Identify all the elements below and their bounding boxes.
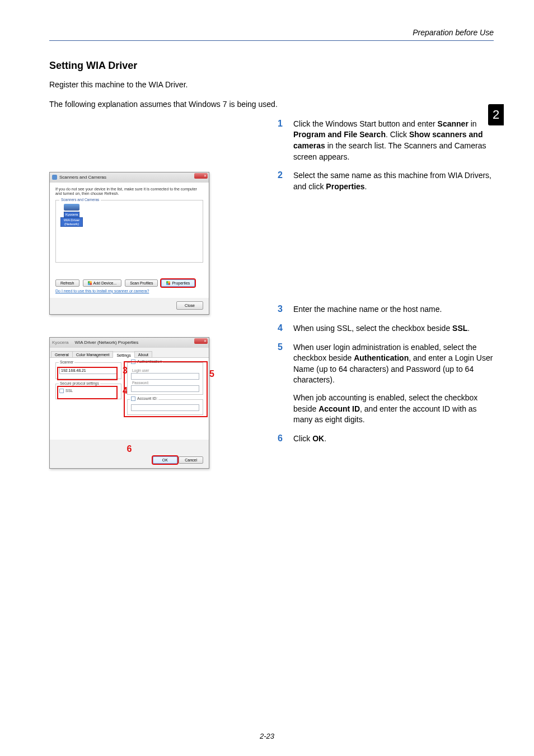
device-label-line2: WIA Driver (Network) bbox=[60, 217, 83, 227]
step-text: Enter the machine name or the host name. bbox=[293, 304, 494, 315]
scanner-fieldset: Scanner bbox=[55, 362, 121, 379]
tab-color-management[interactable]: Color Management bbox=[72, 351, 114, 357]
ok-button[interactable]: OK bbox=[153, 456, 177, 464]
callout-num-6: 6 bbox=[55, 444, 203, 454]
intro-paragraph-1: Register this machine to the WIA Driver. bbox=[49, 80, 494, 90]
tab-about[interactable]: About bbox=[134, 351, 152, 357]
step-4: 4 When using SSL, select the checkbox be… bbox=[278, 323, 494, 334]
account-id-label: Account ID: bbox=[137, 396, 157, 400]
step-text: When user login administration is enable… bbox=[293, 342, 494, 426]
step-number: 5 bbox=[278, 342, 284, 426]
step-6: 6 Click OK. bbox=[278, 433, 494, 445]
account-id-fieldset: Account ID: bbox=[127, 399, 203, 415]
running-header: Preparation before Use bbox=[49, 28, 494, 41]
step-1: 1 Click the Windows Start button and ent… bbox=[278, 119, 494, 162]
install-help-link[interactable]: Do I need to use this to install my scan… bbox=[55, 289, 149, 293]
step-2: 2 Select the same name as this machine f… bbox=[278, 170, 494, 192]
dialog2-titlebar: Kyocera WIA Driver (Network) Properties … bbox=[50, 338, 209, 348]
scanners-fieldset-legend: Scanners and Cameras bbox=[59, 198, 101, 202]
window-close-icon[interactable]: ✕ bbox=[194, 338, 208, 344]
password-input[interactable] bbox=[131, 385, 199, 392]
step-number: 2 bbox=[278, 170, 284, 192]
account-id-checkbox[interactable]: Account ID: bbox=[130, 396, 158, 401]
ssl-label: SSL bbox=[65, 389, 73, 393]
window-close-icon[interactable]: ✕ bbox=[194, 173, 208, 179]
login-user-label: Login user bbox=[132, 368, 199, 372]
intro-paragraph-2: The following explanation assumes that W… bbox=[49, 99, 494, 110]
tab-general[interactable]: General bbox=[51, 351, 73, 357]
dialog1-icon bbox=[52, 175, 57, 180]
scan-profiles-button[interactable]: Scan Profiles bbox=[125, 279, 158, 287]
dialog1-titlebar: Scanners and Cameras ✕ bbox=[50, 172, 209, 183]
secure-protocol-legend: Secure protocol settings bbox=[59, 381, 100, 385]
account-id-input[interactable] bbox=[131, 404, 199, 411]
step-text: Click OK. bbox=[293, 433, 494, 445]
scanner-address-input[interactable] bbox=[59, 367, 118, 374]
wia-properties-dialog: Kyocera WIA Driver (Network) Properties … bbox=[49, 337, 209, 469]
dialog1-message: If you do not see your device in the lis… bbox=[55, 187, 203, 197]
dialog2-title: WIA Driver (Network) Properties bbox=[74, 340, 138, 345]
close-button[interactable]: Close bbox=[176, 301, 203, 310]
scanner-legend: Scanner bbox=[59, 360, 74, 364]
step-number: 6 bbox=[278, 433, 284, 445]
shield-icon bbox=[166, 281, 170, 285]
login-user-input[interactable] bbox=[131, 373, 199, 380]
secure-protocol-fieldset: Secure protocol settings SSL bbox=[55, 384, 121, 399]
device-label-line1: Kyocera bbox=[64, 212, 79, 218]
add-device-label: Add Device... bbox=[93, 281, 117, 285]
step-number: 4 bbox=[278, 323, 284, 334]
password-label: Password: bbox=[132, 381, 199, 385]
step-3: 3 Enter the machine name or the host nam… bbox=[278, 304, 494, 315]
authentication-checkbox[interactable]: Authentication bbox=[130, 360, 163, 364]
properties-label: Properties bbox=[172, 281, 190, 285]
wia-device-item[interactable]: Kyocera WIA Driver (Network) bbox=[60, 204, 83, 227]
properties-button[interactable]: Properties bbox=[161, 279, 195, 287]
step-number: 3 bbox=[278, 304, 284, 315]
scanners-cameras-dialog: Scanners and Cameras ✕ If you do not see… bbox=[49, 172, 209, 315]
step-text: When using SSL, select the checkbox besi… bbox=[293, 323, 494, 334]
refresh-button[interactable]: Refresh bbox=[55, 279, 79, 287]
step-number: 1 bbox=[278, 119, 284, 162]
ssl-checkbox[interactable]: SSL bbox=[59, 389, 118, 393]
step-text: Select the same name as this machine fro… bbox=[293, 170, 494, 192]
authentication-label: Authentication bbox=[137, 360, 162, 363]
shield-icon bbox=[88, 281, 92, 285]
dialog2-tabs: General Color Management Settings About bbox=[50, 348, 209, 358]
authentication-fieldset: Authentication Login user Password: bbox=[127, 362, 203, 395]
scanner-icon bbox=[64, 204, 79, 211]
add-device-button[interactable]: Add Device... bbox=[83, 279, 122, 287]
step-text: Click the Windows Start button and enter… bbox=[293, 119, 494, 162]
scanners-fieldset: Scanners and Cameras Kyocera WIA Driver … bbox=[55, 200, 203, 263]
chapter-tab: 2 bbox=[488, 104, 504, 125]
tab-settings[interactable]: Settings bbox=[113, 352, 134, 358]
dialog1-title: Scanners and Cameras bbox=[59, 175, 106, 180]
cancel-button[interactable]: Cancel bbox=[179, 456, 203, 464]
callout-num-5: 5 bbox=[209, 369, 214, 379]
section-title: Setting WIA Driver bbox=[49, 60, 494, 72]
step-5: 5 When user login administration is enab… bbox=[278, 342, 494, 426]
page-number: 2-23 bbox=[0, 732, 534, 740]
